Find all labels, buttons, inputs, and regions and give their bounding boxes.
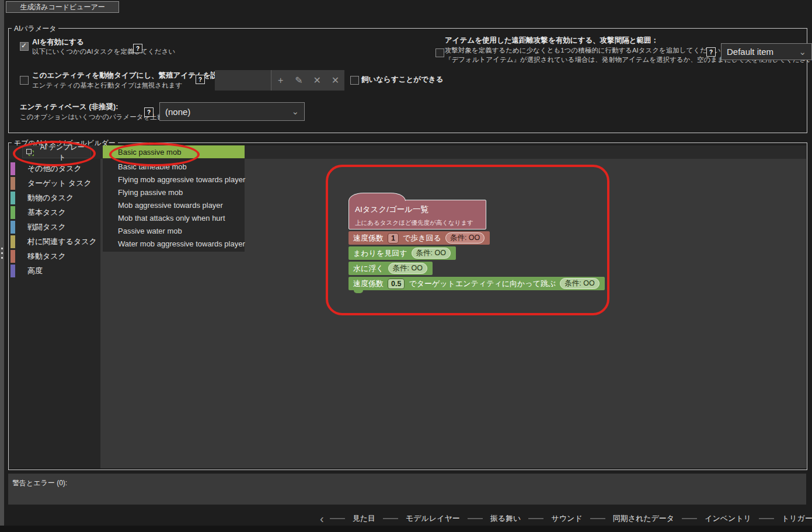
enable-ai-description: 以下にいくつかのAIタスクを定義してください xyxy=(32,47,175,56)
nav-item[interactable]: 振る舞い xyxy=(462,512,523,525)
block-condition[interactable]: 条件: OO xyxy=(560,278,599,289)
category-item[interactable]: 高度 xyxy=(9,263,100,278)
block-condition[interactable]: 条件: OO xyxy=(445,232,485,244)
ai-goal-list-subtitle: 上にあるタスクほど優先度が高くなります xyxy=(355,219,480,227)
add-item-icon[interactable]: + xyxy=(271,70,290,91)
block-field[interactable]: 1 xyxy=(388,233,399,244)
ranged-attack-checkbox[interactable] xyxy=(435,48,444,57)
tameable-checkbox[interactable] xyxy=(350,76,359,85)
generated-code-viewer-button[interactable]: 生成済みコードビューアー xyxy=(6,1,119,13)
edit-item-icon[interactable]: ✎ xyxy=(290,70,308,91)
ai-template-button-label: AI テンプレート xyxy=(37,142,87,162)
nav-item-label: トリガー xyxy=(780,512,812,525)
animal-type-checkbox[interactable] xyxy=(20,76,29,85)
block-text: 速度係数 xyxy=(353,279,384,289)
nav-item[interactable]: モデルレイヤー xyxy=(377,512,462,525)
menu-item-label: Passive water mob xyxy=(118,227,182,235)
template-menu-item[interactable]: Mob that attacks only when hurt xyxy=(103,211,245,224)
nav-item-label: サウンド xyxy=(549,512,584,525)
block-field[interactable]: 0.5 xyxy=(388,279,405,289)
category-color-bar xyxy=(11,235,15,248)
category-item[interactable]: 村に関連するタスク xyxy=(9,234,100,249)
block-condition[interactable]: 条件: OO xyxy=(412,248,451,259)
category-label: 動物のタスク xyxy=(27,193,74,203)
ai-template-button[interactable]: AI テンプレート xyxy=(22,146,91,158)
task-block-list: 速度係数1で歩き回る条件: OOまわりを見回す条件: OO水に浮く条件: OO速… xyxy=(349,231,605,290)
category-item[interactable]: 基本タスク xyxy=(9,205,100,220)
category-label: その他のタスク xyxy=(27,164,82,174)
enable-ai-checkbox[interactable] xyxy=(20,42,29,51)
nav-item[interactable]: インベントリ xyxy=(676,512,753,525)
nav-dash xyxy=(383,518,398,519)
category-item[interactable]: その他のタスク xyxy=(9,161,100,176)
entity-base-dropdown[interactable]: (none) ⌄ xyxy=(159,102,305,121)
category-color-bar xyxy=(11,177,15,190)
category-label: 村に関連するタスク xyxy=(27,237,97,247)
remove-all-items-icon[interactable]: ✕ xyxy=(326,70,344,91)
template-icon xyxy=(26,149,33,156)
nav-prev-icon[interactable]: ‹ xyxy=(320,513,324,524)
template-menu-item[interactable]: Flying mob aggressive towards player xyxy=(103,173,245,186)
animal-type-help-icon[interactable]: ? xyxy=(196,75,205,84)
nav-item-label: 同期されたデータ xyxy=(611,512,677,525)
menu-item-label: Basic tameable mob xyxy=(118,162,187,171)
category-color-bar xyxy=(11,250,15,263)
ai-goal-list-block[interactable]: AIタスク/ゴール一覧 上にあるタスクほど優先度が高くなります xyxy=(349,200,486,230)
nav-item[interactable]: 見た目 xyxy=(324,512,377,525)
task-block[interactable]: 速度係数0.5でターゲットエンティティに向かって跳ぶ条件: OO xyxy=(349,277,605,290)
entity-base-dropdown-value: (none) xyxy=(165,107,190,117)
nav-item[interactable]: 同期されたデータ xyxy=(584,512,677,525)
nav-dash xyxy=(528,518,543,519)
nav-item[interactable]: サウンド xyxy=(522,512,584,525)
category-label: 高度 xyxy=(27,266,43,276)
template-menu-item[interactable]: Flying passive mob xyxy=(103,186,245,199)
ranged-attack-help-icon[interactable]: ? xyxy=(706,47,716,57)
breeding-item-panel: + ✎ ✕ ✕ xyxy=(215,70,344,91)
category-color-bar xyxy=(11,265,15,277)
ai-goal-list-title: AIタスク/ゴール一覧 xyxy=(355,204,480,215)
entity-base-label: エンティティベース (非推奨): xyxy=(20,103,118,112)
template-menu-item[interactable]: Basic tameable mob xyxy=(103,160,245,173)
block-text: でターゲットエンティティに向かって跳ぶ xyxy=(409,279,556,289)
task-block[interactable]: 水に浮く条件: OO xyxy=(349,262,433,275)
nav-dash xyxy=(468,518,483,519)
remove-item-icon[interactable]: ✕ xyxy=(308,70,326,91)
category-label: 基本タスク xyxy=(27,207,66,218)
left-edge-strip xyxy=(0,0,4,532)
warnings-label: 警告とエラー (0): xyxy=(12,478,67,488)
chevron-down-icon: ⌄ xyxy=(291,109,299,114)
splitter-grip-handle[interactable] xyxy=(1,248,4,259)
entity-base-help-icon[interactable]: ? xyxy=(144,107,154,117)
ai-parameters-section-title: AIパラメータ xyxy=(12,24,58,34)
category-color-bar xyxy=(11,162,15,175)
nav-dash xyxy=(759,518,774,519)
task-block[interactable]: 速度係数1で歩き回る条件: OO xyxy=(349,231,490,245)
enable-ai-help-icon[interactable]: ? xyxy=(133,44,142,53)
bottom-navigation: ‹ 見た目 モデルレイヤー 振る舞い サウンド 同期されたデータ インベントリ xyxy=(320,512,812,526)
template-menu-item[interactable]: Mob aggressive towards player xyxy=(103,199,245,211)
menu-item-label: Mob aggressive towards player xyxy=(118,201,223,210)
category-color-bar xyxy=(11,206,15,219)
template-menu-list: Basic tameable mob Flying mob aggressive… xyxy=(103,158,245,252)
block-connector-tab xyxy=(354,290,363,293)
nav-item-label: モデルレイヤー xyxy=(404,512,462,525)
category-item[interactable]: 移動タスク xyxy=(9,249,100,263)
template-menu-selected-item[interactable]: Basic passive mob xyxy=(103,145,245,158)
block-condition[interactable]: 条件: OO xyxy=(388,263,427,274)
template-menu-item[interactable]: Water mob aggressive towards player xyxy=(103,237,245,250)
template-menu-item[interactable]: Passive water mob xyxy=(103,224,245,237)
category-list: その他のタスク ターゲット タスク 動物のタスク 基本タスク 戦闘タスク 村に関… xyxy=(9,161,100,278)
category-color-bar xyxy=(11,192,15,204)
ranged-attack-description-1: 攻撃対象を定義するために少なくとも1つの積極的に行動するAIタスクを追加してくだ… xyxy=(445,46,727,55)
ranged-item-dropdown[interactable]: Default item ⌄ xyxy=(721,43,812,60)
nav-item-label: インベントリ xyxy=(703,512,753,525)
menu-selected-label: Basic passive mob xyxy=(118,148,181,157)
breeding-item-input[interactable] xyxy=(215,70,271,91)
task-block[interactable]: まわりを見回す条件: OO xyxy=(349,246,456,260)
category-item[interactable]: 戦闘タスク xyxy=(9,220,100,234)
category-item[interactable]: 動物のタスク xyxy=(9,190,100,205)
nav-item[interactable]: トリガー xyxy=(753,512,812,525)
animal-type-description: エンティティの基本と行動タイプは無視されます xyxy=(32,81,182,90)
category-item[interactable]: ターゲット タスク xyxy=(9,176,100,190)
category-label: 移動タスク xyxy=(27,251,66,262)
